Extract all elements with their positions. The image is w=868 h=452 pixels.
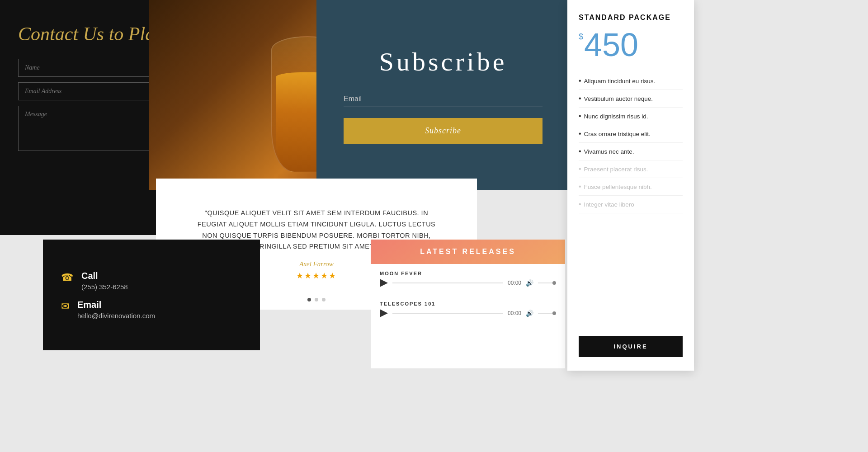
call-label: Call <box>81 271 128 281</box>
track-2: TELESCOPES 101 00:00 🔊 <box>380 301 556 317</box>
email-underline <box>344 107 542 107</box>
track-2-time: 00:00 <box>508 310 521 316</box>
feature-1: Aliquam tincidunt eu risus. <box>579 72 683 90</box>
email-row: ✉ Email hello@divirenovation.com <box>61 300 242 320</box>
features-list: Aliquam tincidunt eu risus. Vestibulum a… <box>579 72 683 327</box>
phone-row: ☎ Call (255) 352-6258 <box>61 271 242 291</box>
track-1-controls: 00:00 🔊 <box>380 279 556 287</box>
testimonial-stars: ★★★★★ <box>296 271 337 281</box>
track-2-controls: 00:00 🔊 <box>380 309 556 317</box>
releases-header: LATEST RELEASES <box>371 240 565 264</box>
track-1-play-button[interactable] <box>380 279 388 287</box>
releases-panel: LATEST RELEASES MOON FEVER 00:00 🔊 TELES… <box>371 240 565 368</box>
track-2-progress[interactable] <box>392 313 503 314</box>
track-1-volume-knob <box>552 281 556 285</box>
email-label: Email <box>344 95 362 103</box>
track-divider <box>380 294 556 294</box>
dot-2[interactable] <box>315 298 318 301</box>
feature-5: Vivamus nec ante. <box>579 143 683 160</box>
email-info: Email hello@divirenovation.com <box>77 300 155 320</box>
price-amount: 450 <box>584 28 638 61</box>
email-label-contact: Email <box>77 300 155 310</box>
package-title: STANDARD PACKAGE <box>579 14 683 22</box>
track-1-title: MOON FEVER <box>380 271 556 276</box>
price-row: $ 450 <box>579 28 683 61</box>
subscribe-button[interactable]: Subscribe <box>344 118 542 144</box>
testimonial-dots <box>307 298 326 301</box>
call-number: (255) 352-6258 <box>81 283 128 291</box>
track-1-progress[interactable] <box>392 282 503 283</box>
email-icon: ✉ <box>61 301 69 312</box>
track-2-volume-icon: 🔊 <box>526 310 533 317</box>
dot-1[interactable] <box>307 298 311 301</box>
feature-6: Praesent placerat risus. <box>579 160 683 178</box>
track-2-title: TELESCOPES 101 <box>380 301 556 306</box>
feature-2: Vestibulum auctor neque. <box>579 90 683 108</box>
pricing-panel: STANDARD PACKAGE $ 450 Aliquam tincidunt… <box>567 0 694 371</box>
dot-3[interactable] <box>322 298 326 301</box>
phone-info: Call (255) 352-6258 <box>81 271 128 291</box>
feature-4: Cras ornare tristique elit. <box>579 125 683 143</box>
feature-3: Nunc dignissim risus id. <box>579 108 683 125</box>
releases-content: MOON FEVER 00:00 🔊 TELESCOPES 101 00:00 … <box>371 264 565 368</box>
track-1-volume-icon: 🔊 <box>526 279 533 287</box>
feature-8: Integer vitae libero <box>579 196 683 213</box>
track-1-time: 00:00 <box>508 280 521 286</box>
testimonial-author: Axel Farrow <box>299 260 334 268</box>
subscribe-panel: Subscribe Email Subscribe <box>316 0 570 190</box>
track-1-volume-bar[interactable] <box>538 282 556 283</box>
track-1: MOON FEVER 00:00 🔊 <box>380 271 556 287</box>
subscribe-title: Subscribe <box>379 47 507 77</box>
track-2-volume-knob <box>552 311 556 315</box>
email-address: hello@divirenovation.com <box>77 312 155 320</box>
track-2-volume-bar[interactable] <box>538 313 556 314</box>
feature-7: Fusce pellentesque nibh. <box>579 178 683 196</box>
price-currency: $ <box>579 32 583 42</box>
phone-icon: ☎ <box>61 272 73 283</box>
inquire-button[interactable]: INQUIRE <box>579 336 683 357</box>
contact-info-panel: ☎ Call (255) 352-6258 ✉ Email hello@divi… <box>43 240 260 350</box>
track-2-play-button[interactable] <box>380 309 388 317</box>
